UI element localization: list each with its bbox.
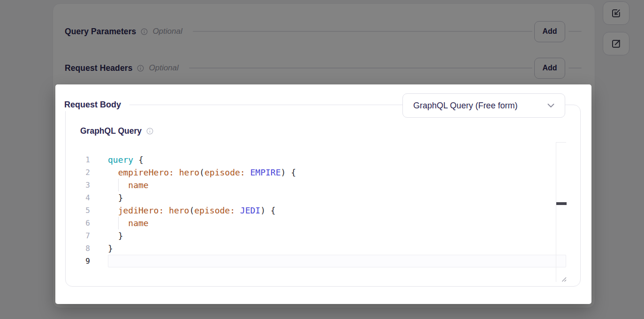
line-number: 8 xyxy=(75,242,90,255)
code-line: 1query { xyxy=(75,153,566,166)
line-number: 9 xyxy=(75,255,90,267)
body-type-selected-value: GraphQL Query (Free form) xyxy=(413,101,547,111)
code-line: 5 jediHero: hero(episode: JEDI) { xyxy=(75,204,566,217)
code-line-text xyxy=(108,255,566,267)
line-number: 5 xyxy=(75,204,90,217)
line-number: 2 xyxy=(75,166,90,179)
resize-handle-icon[interactable] xyxy=(561,276,567,282)
code-line-text: } xyxy=(108,191,566,204)
code-line: 3 name xyxy=(75,179,566,191)
graphql-code-editor[interactable]: 1query {2 empireHero: hero(episode: EMPI… xyxy=(75,142,566,282)
code-line: 6 name xyxy=(75,217,566,229)
code-line-text: name xyxy=(108,217,566,229)
indent-guide xyxy=(118,179,119,191)
code-line-text: empireHero: hero(episode: EMPIRE) { xyxy=(108,166,566,179)
code-lines: 1query {2 empireHero: hero(episode: EMPI… xyxy=(75,142,566,267)
code-line: 7 } xyxy=(75,229,566,242)
code-line-text: } xyxy=(108,229,566,242)
line-number: 4 xyxy=(75,191,90,204)
graphql-query-label-row: GraphQL Query xyxy=(80,126,153,136)
line-number: 1 xyxy=(75,153,90,166)
info-icon[interactable] xyxy=(146,128,153,135)
code-line: 9 xyxy=(75,255,566,267)
code-line-text: jediHero: hero(episode: JEDI) { xyxy=(108,204,566,217)
line-number: 3 xyxy=(75,179,90,191)
line-number: 6 xyxy=(75,217,90,229)
code-line-text: query { xyxy=(108,153,566,166)
request-body-title: Request Body xyxy=(64,98,129,111)
code-line: 8} xyxy=(75,242,566,255)
body-type-select[interactable]: GraphQL Query (Free form) xyxy=(402,93,565,118)
chevron-down-icon xyxy=(547,103,554,108)
code-line: 2 empireHero: hero(episode: EMPIRE) { xyxy=(75,166,566,179)
line-number: 7 xyxy=(75,229,90,242)
indent-guide xyxy=(118,217,119,229)
code-line: 4 } xyxy=(75,191,566,204)
graphql-query-label: GraphQL Query xyxy=(80,126,142,136)
request-body-panel: Request Body GraphQL Query (Free form) G… xyxy=(55,84,591,304)
app-root: Query Parameters Optional Add Request He… xyxy=(0,0,644,319)
code-line-text: name xyxy=(108,179,566,191)
scrollbar-thumb[interactable] xyxy=(556,202,567,205)
code-line-text: } xyxy=(108,242,566,255)
editor-scrollbar-track xyxy=(556,142,566,282)
